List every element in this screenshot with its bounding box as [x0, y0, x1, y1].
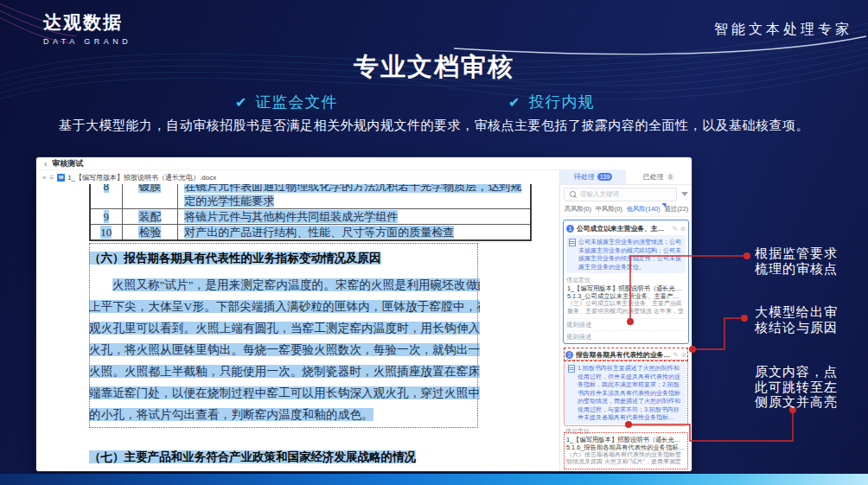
- info-locate-label: 信息定位: [566, 276, 686, 283]
- : 9: [104, 210, 110, 223]
- source-excerpt[interactable]: （六）报告期各期具有代表性的业务指标变动情况及原因 火照又称"试片"，是用来测定…: [566, 451, 686, 466]
- : 定的光学性能要求: [184, 195, 274, 207]
- table-row: 8镀膜在镜片元件表面通过物理或化学的方法沉积若干光学物质层，达到规定的光学性能要…: [90, 184, 531, 209]
- check-icon: ✔: [508, 95, 520, 110]
- feature-bullet: ✔证监会文件: [235, 92, 337, 112]
- annotation-line: 此可跳转至左: [749, 380, 844, 395]
- table-desc-line: 将镜片元件与其他构件共同组装成光学组件: [184, 209, 530, 224]
- info-locate-label: 信息定位: [565, 427, 686, 434]
- word-doc-icon: W: [57, 174, 65, 182]
- filter-icon[interactable]: [681, 192, 688, 196]
- source-section-link[interactable]: 5.1.3_公司成立以来主营业务、主要产品或服务、主要经...: [567, 292, 685, 300]
- : 在镜片元件表面通过物理或化学的方法沉积若干光学物质层，达到规: [184, 184, 521, 193]
- source-excerpt[interactable]: （三）公司成立以来主营业务、主要产品或服务、主要经营模式的演变情况 近年来，受益…: [567, 300, 685, 315]
- dismiss-icon[interactable]: ⊘: [680, 225, 686, 233]
- app-titlebar: ‹ 审核测试: [36, 157, 692, 170]
- feature-bullet: ✔投行内规: [508, 92, 594, 112]
- table-desc-line: 在镜片元件表面通过物理或化学的方法沉积若干光学物质层，达到规: [184, 184, 530, 194]
- card-title-row[interactable]: 2报告期各期具有代表性的业务指标变动情况及原因✎⊘: [565, 349, 686, 360]
- source-doc-name[interactable]: 1_【编写用版本】招股说明书（通长光电）.docx: [567, 284, 685, 292]
- : 10: [100, 226, 112, 239]
- source-section-link[interactable]: 5.1.6_报告期各期具有代表性的业务指标变动情况及原因: [566, 444, 686, 451]
- rule-desc-row[interactable]: 规则描述: [566, 330, 686, 341]
- panel-tab-pending[interactable]: 待处理139: [560, 169, 626, 184]
- paragraph-line: 端靠近窑门处，以便在烧制过程中窑工可以用长钩深入观火孔，穿过火照中间: [89, 382, 480, 404]
- connector-dot: [741, 315, 748, 322]
- section7-heading: （七）主要产品和业务符合产业政策和国家经济发展战略的情况: [89, 450, 560, 463]
- annotation-llm-conclusion: 大模型给出审核结论与原因: [749, 304, 844, 335]
- review-app-window: ‹ 审核测试 « ≡ W 1_【编写用版本】招股说明书（通长光电）.docx —…: [36, 157, 692, 471]
- annotation-line: 梳理的审核点: [749, 261, 844, 277]
- document-tab-name[interactable]: 1_【编写用版本】招股说明书（通长光电）.docx: [67, 173, 216, 182]
- : 上平下尖，大体呈V形。下部尖端插入满砂粒的匣钵内，匣钵放于窑膛中，在: [89, 300, 480, 313]
- annotation-line: 根据监管要求: [749, 246, 844, 261]
- ai-result-text: 1.招股书内容主要描述了火照的制作和使用过程，但并未提及具有代表性的业务指标，因…: [578, 364, 684, 422]
- search-box[interactable]: [564, 188, 677, 201]
- table-cell-name: 镀膜: [122, 184, 177, 209]
- panel-tabs: 待处理139已处理6: [560, 169, 692, 185]
- menu-icon[interactable]: ≡: [49, 174, 54, 182]
- risk-chip[interactable]: 中风险(0): [596, 205, 622, 214]
- ai-result-box: 1.招股书内容主要描述了火照的制作和使用过程，但并未提及具有代表性的业务指标，因…: [565, 361, 686, 424]
- brand-logo: 达观数据 DATA GRAND: [43, 10, 131, 46]
- ai-result-text: 公司未披露主营业务的演变情况；公司未披露主营业务的模式或结构；公司未披露主营业务…: [578, 238, 683, 271]
- table-cell-name: 检验: [122, 225, 177, 241]
- bottom-accent-bar: [0, 474, 868, 485]
- source-block[interactable]: 1_【编写用版本】招股说明书（通长光电）.docx5.1.6_报告期各期具有代表…: [565, 434, 686, 468]
- search-input[interactable]: [578, 189, 668, 199]
- annotation-line: 核结论与原因: [749, 320, 844, 335]
- card-title-row[interactable]: 1公司成立以来主营业务、主要产品或服务、主要...✎⊘: [566, 223, 686, 233]
- : 火照又称"试片"，是用来测定窑内温度的。宋窑的火照是利用碗坯改做的，: [112, 278, 480, 291]
- risk-filter-chips: 高风险(0)中风险(0)低风险(140)通过(22): [565, 204, 688, 217]
- rule-desc-row[interactable]: 规则描述: [565, 469, 686, 472]
- edit-icon[interactable]: ✎: [673, 351, 678, 359]
- panel-tab-count: 6: [667, 173, 675, 181]
- annotation-line: 侧原文并高亮: [749, 394, 844, 410]
- collapse-icon[interactable]: «: [42, 174, 46, 182]
- risk-chip[interactable]: 通过(22): [665, 205, 689, 214]
- doc-badge-icon: [569, 239, 576, 246]
- app-title: 审核测试: [52, 158, 83, 169]
- : 8: [104, 184, 110, 193]
- : 对产出的产品进行结构、性能、尺寸等方面的质量检查: [184, 226, 454, 239]
- doc-badge-icon: [568, 365, 575, 373]
- : 镀膜: [138, 184, 161, 193]
- table-desc-line: 定的光学性能要求: [184, 194, 530, 208]
- table-cell-num: 10: [90, 225, 122, 241]
- slide-root: 达观数据 DATA GRAND 智能文本处理专家 专业文档审核 ✔证监会文件✔投…: [0, 0, 868, 485]
- feature-bullet-label: 证监会文件: [255, 93, 337, 111]
- table-desc-line: 对产出的产品进行结构、性能、尺寸等方面的质量检查: [184, 225, 530, 239]
- card-title-text: 报告期各期具有代表性的业务指标变动情况及原因: [576, 350, 670, 360]
- panel-tab-done[interactable]: 已处理6: [626, 169, 692, 184]
- table-cell-num: 8: [90, 184, 122, 209]
- dismiss-icon[interactable]: ⊘: [681, 351, 686, 359]
- back-icon[interactable]: ‹: [44, 159, 47, 169]
- table-cell-desc: 在镜片元件表面通过物理或化学的方法沉积若干光学物质层，达到规定的光学性能要求: [178, 184, 531, 209]
- : 观火孔里可以看到。火照上端有圆孔，当窑工测定窑内温度时，用长钩伸入观: [89, 322, 480, 335]
- rule-desc-row[interactable]: 规则描述: [566, 318, 686, 329]
- review-panel: 待处理139已处理6 高风险(0)中风险(0)低风险(140)通过(22) 1公…: [559, 169, 692, 471]
- annotation-line: 大模型给出审: [749, 304, 844, 320]
- source-block[interactable]: 1_【编写用版本】招股说明书（通长光电）.docx5.1.3_公司成立以来主营业…: [566, 283, 686, 316]
- source-doc-name[interactable]: 1_【编写用版本】招股说明书（通长光电）.docx: [566, 436, 686, 444]
- table-row: 10检验对产出的产品进行结构、性能、尺寸等方面的质量检查: [90, 225, 531, 241]
- table-cell-name: 装配: [122, 209, 177, 225]
- section6-heading: （六）报告期各期具有代表性的业务指标变动情况及原因: [89, 252, 560, 265]
- table-cell-desc: 对产出的产品进行结构、性能、尺寸等方面的质量检查: [178, 225, 531, 241]
- : 端靠近窑门处，以便在烧制过程中窑工可以用长钩深入观火孔，穿过火照中间: [89, 386, 480, 399]
- connector-line-2: [692, 318, 744, 349]
- review-card[interactable]: 2报告期各期具有代表性的业务指标变动情况及原因✎⊘1.招股书内容主要描述了火照的…: [563, 347, 689, 471]
- panel-tab-label: 已处理: [643, 172, 664, 182]
- : 检验: [138, 226, 161, 239]
- brand-logo-en: DATA GRAND: [43, 37, 131, 46]
- risk-chip[interactable]: 高风险(0): [565, 205, 591, 214]
- brand-tagline: 智能文本处理专家: [714, 21, 852, 39]
- process-table-body: 8镀膜在镜片元件表面通过物理或化学的方法沉积若干光学物质层，达到规定的光学性能要…: [90, 184, 531, 240]
- review-card[interactable]: 1公司成立以来主营业务、主要产品或服务、主要...✎⊘公司未披露主营业务的演变情…: [563, 220, 689, 344]
- ai-result-box: 公司未披露主营业务的演变情况；公司未披露主营业务的模式或结构；公司未披露主营业务…: [566, 235, 686, 273]
- edit-icon[interactable]: ✎: [672, 225, 677, 233]
- process-table: 8镀膜在镜片元件表面通过物理或化学的方法沉积若干光学物质层，达到规定的光学性能要…: [89, 184, 532, 241]
- risk-chip[interactable]: 低风险(140): [627, 205, 661, 214]
- card-index-badge: 1: [566, 225, 574, 233]
- : 火照。火照都上半截釉，只能使用一次。烧制瓷器时，火照插座放置在窑床前: [89, 365, 480, 378]
